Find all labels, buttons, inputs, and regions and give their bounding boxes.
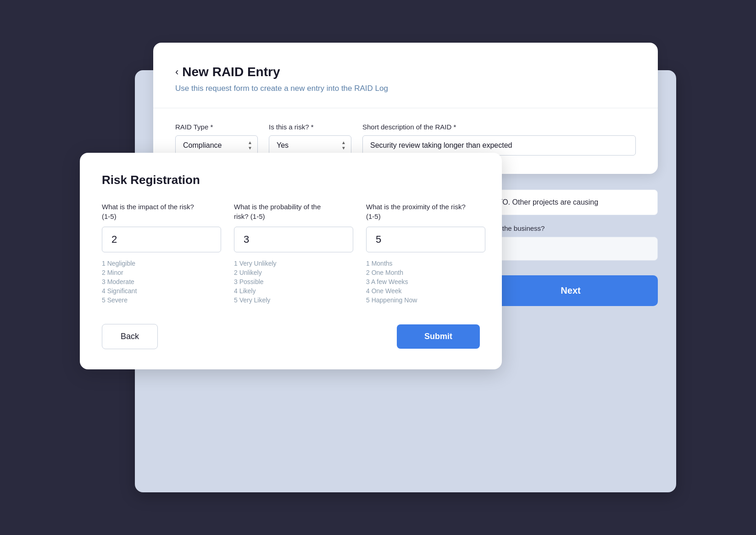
page-subtitle: Use this request form to create a new en…: [175, 84, 636, 93]
partial-description-text: PTO. Other projects are causing: [484, 189, 658, 215]
cost-section: ost to the business?: [484, 224, 658, 261]
back-button[interactable]: Back: [102, 324, 158, 349]
probability-hint-3: 3 Possible: [234, 278, 348, 285]
probability-hints: 1 Very Unlikely 2 Unlikely 3 Possible 4 …: [234, 260, 348, 304]
proximity-hints: 1 Months 2 One Month 3 A few Weeks 4 One…: [366, 260, 480, 304]
header-divider: [153, 108, 658, 108]
impact-hint-4: 4 Significant: [102, 287, 216, 295]
risk-registration-title: Risk Registration: [102, 173, 480, 187]
proximity-field: What is the proximity of the risk? (1-5)…: [366, 202, 480, 304]
page-title: New RAID Entry: [182, 65, 280, 79]
impact-hint-5: 5 Severe: [102, 296, 216, 304]
proximity-hint-1: 1 Months: [366, 260, 480, 267]
impact-label: What is the impact of the risk? (1-5): [102, 202, 203, 221]
proximity-hint-5: 5 Happening Now: [366, 296, 480, 304]
proximity-label: What is the proximity of the risk? (1-5): [366, 202, 467, 221]
impact-input[interactable]: [102, 227, 221, 252]
raid-type-label: RAID Type *: [175, 123, 258, 131]
impact-hint-3: 3 Moderate: [102, 278, 216, 285]
probability-hint-2: 2 Unlikely: [234, 269, 348, 276]
proximity-hint-4: 4 One Week: [366, 287, 480, 295]
probability-label: What is the probability of the risk? (1-…: [234, 202, 335, 221]
probability-input[interactable]: [234, 227, 353, 252]
back-link[interactable]: ‹ New RAID Entry: [175, 65, 636, 79]
raid-type-field: RAID Type * Compliance ▲ ▼: [175, 123, 258, 155]
short-desc-label: Short description of the RAID *: [362, 123, 636, 131]
is-risk-field: Is this a risk? * Yes ▲ ▼: [269, 123, 351, 155]
cost-label: ost to the business?: [484, 224, 658, 232]
raid-type-select-wrapper: Compliance ▲ ▼: [175, 135, 258, 155]
impact-hints: 1 Negligible 2 Minor 3 Moderate 4 Signif…: [102, 260, 216, 304]
next-button[interactable]: Next: [484, 275, 658, 306]
proximity-hint-2: 2 One Month: [366, 269, 480, 276]
impact-field: What is the impact of the risk? (1-5) 1 …: [102, 202, 216, 304]
back-chevron-icon: ‹: [175, 66, 178, 78]
proximity-input[interactable]: [366, 227, 485, 252]
submit-button[interactable]: Submit: [397, 324, 480, 349]
probability-hint-5: 5 Very Likely: [234, 296, 348, 304]
risk-registration-card: Risk Registration What is the impact of …: [80, 153, 502, 369]
cost-input[interactable]: [484, 237, 658, 261]
risk-fields-row: What is the impact of the risk? (1-5) 1 …: [102, 202, 480, 304]
is-risk-label: Is this a risk? *: [269, 123, 351, 131]
impact-hint-2: 2 Minor: [102, 269, 216, 276]
top-form-fields: RAID Type * Compliance ▲ ▼ Is this a ris…: [175, 123, 636, 156]
is-risk-select-wrapper: Yes ▲ ▼: [269, 135, 351, 155]
impact-hint-1: 1 Negligible: [102, 260, 216, 267]
form-header: ‹ New RAID Entry Use this request form t…: [175, 65, 636, 93]
action-row: Back Submit: [102, 324, 480, 349]
raid-type-select[interactable]: Compliance: [175, 135, 258, 155]
right-panel: PTO. Other projects are causing ost to t…: [484, 189, 658, 306]
probability-hint-1: 1 Very Unlikely: [234, 260, 348, 267]
short-desc-field: Short description of the RAID *: [362, 123, 636, 156]
proximity-hint-3: 3 A few Weeks: [366, 278, 480, 285]
probability-hint-4: 4 Likely: [234, 287, 348, 295]
is-risk-select[interactable]: Yes: [269, 135, 351, 155]
probability-field: What is the probability of the risk? (1-…: [234, 202, 348, 304]
